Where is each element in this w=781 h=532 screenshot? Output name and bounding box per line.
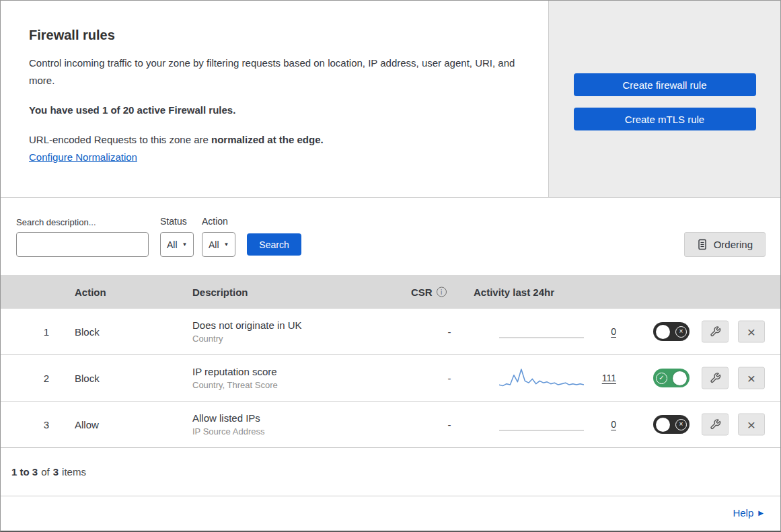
wrench-icon <box>710 326 721 338</box>
toggle-knob <box>656 418 670 432</box>
help-link-label: Help <box>733 507 753 519</box>
page-header: Firewall rules Control incoming traffic … <box>1 1 780 198</box>
activity-count-link[interactable]: 111 <box>602 373 616 383</box>
rule-description: Does not originate in UK Country <box>192 319 302 344</box>
rules-table-header: Action Description CSR i Activity last 2… <box>1 275 780 309</box>
column-header-csr: CSR i <box>411 287 447 298</box>
rule-action: Block <box>75 326 100 338</box>
close-icon: × <box>747 418 755 432</box>
rule-enabled-toggle[interactable]: × <box>653 415 690 434</box>
edit-rule-button[interactable] <box>702 367 729 389</box>
pagination-summary: 1 to 3 of 3 items <box>1 448 780 496</box>
activity-count-link[interactable]: 0 <box>611 419 616 430</box>
rule-activity: 0 <box>474 413 616 436</box>
edit-rule-button[interactable] <box>702 414 729 436</box>
create-firewall-rule-button[interactable]: Create firewall rule <box>574 73 756 96</box>
close-icon: × <box>747 325 755 339</box>
filter-bar: Search description... Status All ▼ Actio… <box>1 198 780 275</box>
toggle-state-icon: × <box>675 326 687 338</box>
search-label: Search description... <box>16 217 96 227</box>
rule-criteria: IP Source Address <box>192 426 264 436</box>
ordering-button[interactable]: Ordering <box>684 232 766 257</box>
chevron-down-icon: ▼ <box>182 242 188 248</box>
usage-summary: You have used 1 of 20 active Firewall ru… <box>29 104 521 116</box>
rule-description-text: Allow listed IPs <box>192 412 264 424</box>
rule-criteria: Country <box>192 334 302 344</box>
table-row: 1 Block Does not originate in UK Country… <box>1 309 780 355</box>
rule-action: Allow <box>75 419 99 430</box>
rule-enabled-toggle[interactable]: × <box>653 322 690 341</box>
toggle-state-icon: ✓ <box>656 373 667 384</box>
activity-sparkline <box>499 413 584 436</box>
toggle-knob <box>673 371 687 385</box>
column-header-description: Description <box>192 287 248 298</box>
csr-header-label: CSR <box>411 287 433 298</box>
pagination-of-label: of <box>41 466 50 478</box>
action-filter-dropdown[interactable]: All ▼ <box>202 232 235 257</box>
activity-sparkline <box>499 367 584 389</box>
rule-activity: 0 <box>474 320 616 343</box>
column-header-action: Action <box>75 287 106 298</box>
search-input[interactable] <box>29 239 153 251</box>
header-text-block: Firewall rules Control incoming traffic … <box>1 1 548 197</box>
ordering-list-icon <box>697 239 708 250</box>
normalization-note-bold: normalized at the edge. <box>211 134 324 145</box>
status-filter-dropdown[interactable]: All ▼ <box>160 232 194 257</box>
pagination-range: 1 to 3 <box>11 466 38 478</box>
page-title: Firewall rules <box>29 28 521 43</box>
delete-rule-button[interactable]: × <box>738 321 765 343</box>
wrench-icon <box>710 419 721 430</box>
wrench-icon <box>710 373 721 384</box>
header-actions-panel: Create firewall rule Create mTLS rule <box>548 1 780 197</box>
normalization-note-text: URL-encoded Requests to this zone are <box>29 134 211 145</box>
page-description: Control incoming traffic to your zone by… <box>29 54 520 89</box>
table-row: 3 Allow Allow listed IPs IP Source Addre… <box>1 402 780 448</box>
help-bar: Help ▶ <box>1 496 780 529</box>
search-box[interactable] <box>16 232 149 257</box>
rule-enabled-toggle[interactable]: ✓ <box>653 369 690 387</box>
delete-rule-button[interactable]: × <box>738 367 765 389</box>
column-header-activity: Activity last 24hr <box>474 287 554 298</box>
normalization-note: URL-encoded Requests to this zone are no… <box>29 134 521 145</box>
rule-description-text: IP reputation score <box>192 366 278 377</box>
rule-priority: 2 <box>28 373 65 384</box>
rule-csr-value: - <box>424 326 474 338</box>
activity-sparkline <box>499 320 584 343</box>
status-filter-value: All <box>167 239 178 250</box>
ordering-button-label: Ordering <box>714 239 753 250</box>
arrow-right-icon: ▶ <box>758 509 764 517</box>
rule-csr-value: - <box>424 419 474 430</box>
delete-rule-button[interactable]: × <box>738 414 765 436</box>
chevron-down-icon: ▼ <box>224 242 229 248</box>
rule-description: IP reputation score Country, Threat Scor… <box>192 366 278 390</box>
toggle-state-icon: × <box>675 419 687 430</box>
rule-criteria: Country, Threat Score <box>192 380 278 390</box>
rule-csr-value: - <box>424 373 474 384</box>
search-button[interactable]: Search <box>247 233 301 256</box>
rule-action: Block <box>75 373 100 384</box>
pagination-total: 3 <box>53 466 59 478</box>
status-filter-label: Status <box>160 216 187 227</box>
action-filter-value: All <box>209 239 219 250</box>
configure-normalization-link[interactable]: Configure Normalization <box>29 151 137 163</box>
firewall-rules-page: Firewall rules Control incoming traffic … <box>0 0 781 532</box>
info-icon[interactable]: i <box>437 287 447 297</box>
rule-description-text: Does not originate in UK <box>192 319 302 331</box>
rule-activity: 111 <box>474 367 616 389</box>
table-row: 2 Block IP reputation score Country, Thr… <box>1 355 780 402</box>
edit-rule-button[interactable] <box>702 321 729 343</box>
rule-description: Allow listed IPs IP Source Address <box>192 412 264 436</box>
pagination-items-label: items <box>62 466 86 478</box>
rule-priority: 3 <box>28 419 65 430</box>
help-link[interactable]: Help ▶ <box>733 507 764 519</box>
close-icon: × <box>747 371 755 385</box>
rule-priority: 1 <box>28 326 65 338</box>
toggle-knob <box>656 325 670 339</box>
create-mtls-rule-button[interactable]: Create mTLS rule <box>574 108 756 130</box>
action-filter-label: Action <box>202 216 228 227</box>
activity-count-link[interactable]: 0 <box>611 326 616 337</box>
